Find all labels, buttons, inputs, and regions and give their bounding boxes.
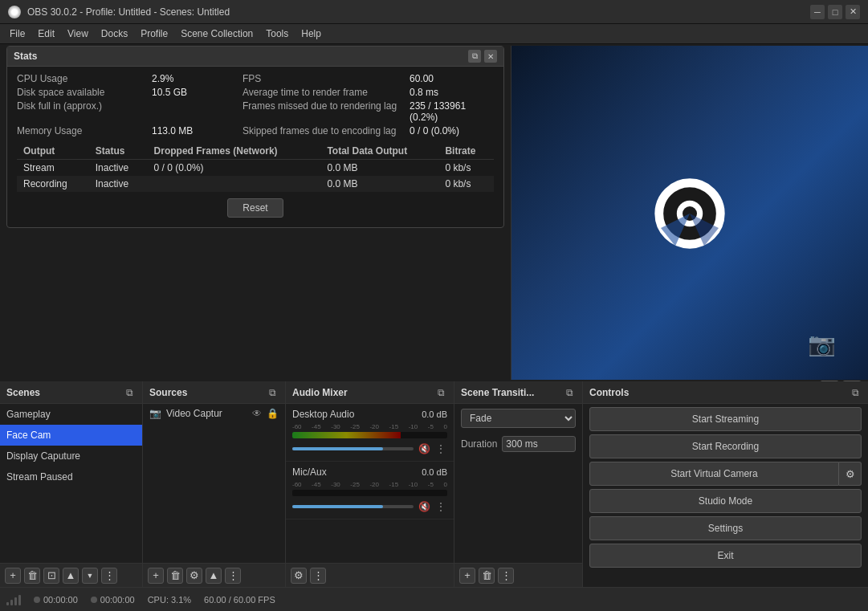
source-item[interactable]: 📷 Video Captur 👁 🔒: [143, 404, 285, 423]
scene-filter-button[interactable]: ⊡: [43, 568, 59, 584]
record-time-status: 00:00:00: [91, 595, 135, 605]
desktop-audio-db: 0.0 dB: [422, 409, 447, 419]
app-icon: [8, 6, 21, 18]
desktop-audio-header: Desktop Audio 0.0 dB: [292, 409, 447, 420]
scenes-panel-title: Scenes: [6, 387, 40, 398]
audio-panel-footer: ⚙ ⋮: [286, 563, 454, 587]
desktop-volume-slider[interactable]: [292, 447, 414, 450]
sources-list: 📷 Video Captur 👁 🔒: [143, 404, 285, 563]
menubar: File Edit View Docks Profile Scene Colle…: [0, 24, 868, 44]
menu-scene-collection[interactable]: Scene Collection: [174, 26, 259, 42]
transitions-panel-float-button[interactable]: ⧉: [563, 386, 576, 399]
stats-float-button[interactable]: ⧉: [468, 50, 481, 63]
sources-panel: Sources ⧉ 📷 Video Captur 👁 🔒 + 🗑 ⚙ ▲ ⋮: [143, 381, 286, 587]
mic-audio-more-button[interactable]: ⋮: [434, 500, 447, 513]
row-rec-status: Inactive: [89, 176, 148, 192]
bar1: [6, 602, 9, 605]
audio-panel-float-button[interactable]: ⧉: [434, 386, 447, 399]
virtual-camera-settings-button[interactable]: ⚙: [839, 462, 862, 486]
settings-button[interactable]: Settings: [589, 516, 862, 540]
fps-status: 60.00 / 60.00 FPS: [204, 595, 275, 605]
scene-more-button[interactable]: ⋮: [101, 568, 117, 584]
transitions-panel-title: Scene Transiti...: [461, 387, 534, 398]
camera-icon: 📷: [149, 408, 161, 419]
controls-content: Start Streaming Start Recording Start Vi…: [583, 404, 868, 587]
scene-up-button[interactable]: ▲: [63, 568, 79, 584]
minimize-button[interactable]: ─: [810, 5, 825, 19]
remove-scene-button[interactable]: 🗑: [24, 568, 40, 584]
disk-label: Disk space available: [17, 87, 145, 98]
fps-label: FPS: [242, 73, 403, 84]
signal-bars-icon: [6, 594, 21, 605]
mic-mute-button[interactable]: 🔇: [417, 499, 431, 514]
reset-button[interactable]: Reset: [227, 198, 283, 218]
desktop-mute-button[interactable]: 🔇: [417, 442, 431, 456]
audio-more-settings-button[interactable]: ⋮: [310, 568, 326, 584]
duration-input[interactable]: [502, 436, 576, 452]
transition-more-button[interactable]: ⋮: [498, 568, 514, 584]
menu-file[interactable]: File: [3, 26, 31, 42]
source-up-button[interactable]: ▲: [206, 568, 222, 584]
menu-view[interactable]: View: [61, 26, 95, 42]
desktop-audio-more-button[interactable]: ⋮: [434, 442, 447, 455]
menu-profile[interactable]: Profile: [134, 26, 174, 42]
maximize-button[interactable]: □: [828, 5, 842, 19]
mic-volume-slider[interactable]: [292, 505, 414, 508]
scene-item-display[interactable]: Display Caputure: [0, 446, 142, 466]
sources-panel-footer: + 🗑 ⚙ ▲ ⋮: [143, 563, 285, 587]
scene-down-button[interactable]: ▼: [82, 568, 98, 584]
add-transition-button[interactable]: +: [459, 568, 475, 584]
stats-row-1: CPU Usage 2.9% FPS 60.00: [17, 73, 494, 84]
mic-audio-controls: 🔇 ⋮: [292, 499, 447, 514]
stats-row-2: Disk space available 10.5 GB Average tim…: [17, 87, 494, 98]
close-button[interactable]: ✕: [846, 5, 860, 19]
row-stream-output: Stream: [17, 160, 89, 177]
source-item-name: Video Captur: [166, 408, 247, 419]
row-stream-dropped: 0 / 0 (0.0%): [148, 160, 321, 177]
controls-panel-float-button[interactable]: ⧉: [849, 386, 862, 399]
lock-icon[interactable]: 🔒: [267, 408, 279, 419]
menu-tools[interactable]: Tools: [259, 26, 295, 42]
remove-transition-button[interactable]: 🗑: [479, 568, 495, 584]
scene-item-streampaused[interactable]: Stream Paused: [0, 466, 142, 487]
remove-source-button[interactable]: 🗑: [167, 568, 183, 584]
exit-button[interactable]: Exit: [589, 544, 862, 568]
menu-edit[interactable]: Edit: [31, 26, 61, 42]
stats-controls: ⧉ ✕: [468, 50, 497, 63]
desktop-audio-label: Desktop Audio: [292, 409, 354, 420]
col-dropped: Dropped Frames (Network): [148, 143, 321, 160]
sources-panel-float-button[interactable]: ⧉: [266, 386, 279, 399]
menu-help[interactable]: Help: [295, 26, 328, 42]
start-virtual-camera-button[interactable]: Start Virtual Camera: [589, 462, 839, 486]
window-controls: ─ □ ✕: [810, 5, 860, 19]
sources-panel-title: Sources: [149, 387, 187, 398]
add-source-button[interactable]: +: [148, 568, 164, 584]
add-scene-button[interactable]: +: [5, 568, 21, 584]
controls-panel-title: Controls: [589, 387, 629, 398]
eye-icon[interactable]: 👁: [252, 408, 262, 419]
scene-item-gameplay[interactable]: Gameplay: [0, 404, 142, 425]
scenes-panel-float-button[interactable]: ⧉: [123, 386, 136, 399]
frames-missed-value: 235 / 133961 (0.2%): [410, 100, 494, 123]
avg-render-value: 0.8 ms: [410, 87, 494, 98]
row-stream-bitrate: 0 kb/s: [438, 160, 494, 177]
studio-mode-button[interactable]: Studio Mode: [589, 489, 862, 513]
stats-close-button[interactable]: ✕: [484, 50, 497, 63]
cpu-status-value: CPU: 3.1%: [148, 595, 191, 605]
virtual-camera-row: Start Virtual Camera ⚙: [589, 462, 862, 486]
row-rec-bitrate: 0 kb/s: [438, 176, 494, 192]
record-dot-icon: [91, 597, 97, 603]
fps-value: 60.00: [410, 73, 494, 84]
stats-table: Output Status Dropped Frames (Network) T…: [17, 143, 494, 192]
preview-area: 📷: [511, 46, 868, 381]
source-more-button[interactable]: ⋮: [225, 568, 241, 584]
menu-docks[interactable]: Docks: [95, 26, 134, 42]
transition-select[interactable]: Fade Cut Swipe Slide: [461, 409, 576, 428]
audio-settings-button[interactable]: ⚙: [291, 568, 307, 584]
start-streaming-button[interactable]: Start Streaming: [589, 407, 862, 431]
stats-content: CPU Usage 2.9% FPS 60.00 Disk space avai…: [7, 67, 503, 227]
no-camera-icon: 📷: [808, 331, 836, 357]
scene-item-facecam[interactable]: Face Cam: [0, 425, 142, 446]
start-recording-button[interactable]: Start Recording: [589, 434, 862, 458]
source-properties-button[interactable]: ⚙: [186, 568, 202, 584]
